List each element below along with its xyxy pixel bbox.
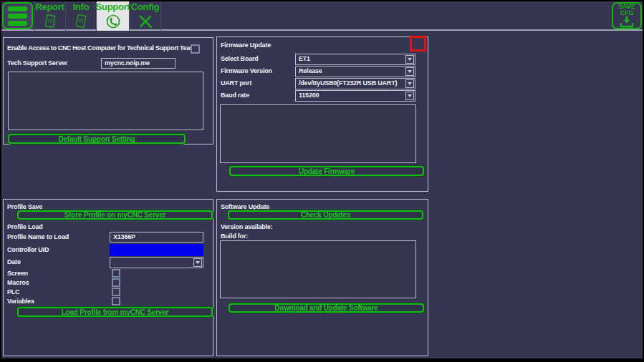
- hamburger-icon: [8, 6, 27, 11]
- firmware-version-value: Release: [296, 67, 405, 77]
- tech-support-server-input[interactable]: mycnc.noip.me: [101, 58, 176, 69]
- update-firmware-button[interactable]: Update Firmware: [229, 166, 424, 176]
- enable-access-label: Enable Access to CNC Host Computer for T…: [7, 44, 196, 52]
- chevron-down-icon[interactable]: [193, 258, 202, 267]
- profile-name-input[interactable]: X1366P: [110, 232, 203, 243]
- baud-rate-combo[interactable]: 115200: [295, 90, 415, 102]
- app-window: Report Info Support: [0, 0, 644, 362]
- profile-load-title: Profile Load: [7, 223, 43, 230]
- variables-checkbox[interactable]: [112, 297, 120, 305]
- profile-panel: Profile Save Store Profile on myCNC Serv…: [3, 199, 213, 356]
- save-cfg-label-line2: CFG: [620, 10, 634, 16]
- chevron-down-icon[interactable]: [405, 79, 414, 88]
- firmware-version-label: Firmware Version: [221, 67, 272, 74]
- firmware-update-panel: Firmware Update Select Board ET1 Firmwar…: [216, 36, 428, 192]
- config-tools-icon: [137, 13, 154, 30]
- enable-access-checkbox[interactable]: [191, 44, 200, 54]
- tab-config-label: Config: [131, 1, 159, 13]
- menu-button[interactable]: [2, 2, 33, 29]
- version-available-label: Version available:: [221, 223, 272, 230]
- software-update-listbox[interactable]: [220, 240, 416, 298]
- tab-report-label: Report: [35, 1, 64, 13]
- uart-port-value: /dev/ttyUSB0(FT232R USB UART): [296, 79, 405, 89]
- software-update-panel: Software Update Check Updates Version av…: [216, 199, 428, 356]
- plc-label: PLC: [7, 288, 19, 295]
- chevron-down-icon[interactable]: [405, 55, 414, 64]
- profile-save-title: Profile Save: [7, 203, 42, 210]
- profile-name-label: Profile Name to Load: [7, 233, 69, 240]
- variables-label: Variables: [7, 298, 34, 305]
- toolbar: Report Info Support: [1, 1, 643, 31]
- status-indicator-box: [410, 36, 426, 52]
- plc-checkbox[interactable]: [112, 288, 120, 296]
- select-board-label: Select Board: [221, 55, 259, 62]
- store-profile-button[interactable]: Store Profile on myCNC Server: [17, 210, 213, 220]
- load-profile-button[interactable]: Load Profile from myCNC Server: [17, 307, 213, 317]
- baud-rate-value: 115200: [296, 91, 405, 101]
- tab-report[interactable]: Report: [34, 1, 66, 31]
- select-board-value: ET1: [296, 54, 405, 64]
- save-download-icon: [617, 16, 636, 28]
- download-update-button[interactable]: Download and Update Software: [229, 303, 424, 313]
- tab-info-label: Info: [73, 1, 90, 13]
- controller-uid-field[interactable]: [110, 244, 203, 256]
- firmware-version-combo[interactable]: Release: [295, 66, 415, 77]
- check-updates-button[interactable]: Check Updates: [228, 210, 423, 220]
- hamburger-icon: [8, 21, 27, 26]
- chevron-down-icon[interactable]: [405, 67, 414, 76]
- support-phone-icon: [105, 13, 122, 30]
- tab-support[interactable]: Support: [97, 1, 130, 31]
- chevron-down-icon[interactable]: [405, 92, 414, 100]
- report-document-icon: [42, 13, 59, 30]
- date-combo[interactable]: [110, 257, 203, 268]
- hamburger-icon: [8, 14, 27, 19]
- select-board-combo[interactable]: ET1: [295, 54, 415, 65]
- tab-config[interactable]: Config: [130, 1, 161, 31]
- tab-info[interactable]: Info: [66, 1, 97, 31]
- save-cfg-button[interactable]: SAVE CFG: [612, 2, 642, 29]
- firmware-update-title: Firmware Update: [221, 41, 271, 49]
- firmware-log-listbox[interactable]: [220, 104, 416, 163]
- macros-checkbox[interactable]: [112, 278, 120, 287]
- uart-port-combo[interactable]: /dev/ttyUSB0(FT232R USB UART): [295, 78, 415, 89]
- software-update-title: Software Update: [221, 203, 269, 210]
- tech-support-server-label: Tech Support Server: [7, 59, 67, 67]
- default-support-setting-button[interactable]: Default Support Setting: [8, 134, 186, 144]
- uart-port-label: UART port: [221, 79, 251, 87]
- tech-support-panel: Enable Access to CNC Host Computer for T…: [3, 37, 213, 145]
- main-background: Report Info Support: [1, 1, 643, 358]
- date-label: Date: [7, 258, 21, 265]
- build-for-label: Build for:: [221, 233, 248, 240]
- tab-support-label: Support: [96, 1, 130, 13]
- date-value: [110, 258, 193, 268]
- info-document-icon: [72, 13, 90, 30]
- screen-label: Screen: [7, 270, 28, 277]
- controller-uid-label: Controller UID: [7, 246, 49, 253]
- screen-checkbox[interactable]: [112, 269, 120, 278]
- macros-label: Macros: [7, 279, 29, 286]
- baud-rate-label: Baud rate: [221, 92, 249, 99]
- support-log-listbox[interactable]: [8, 72, 203, 130]
